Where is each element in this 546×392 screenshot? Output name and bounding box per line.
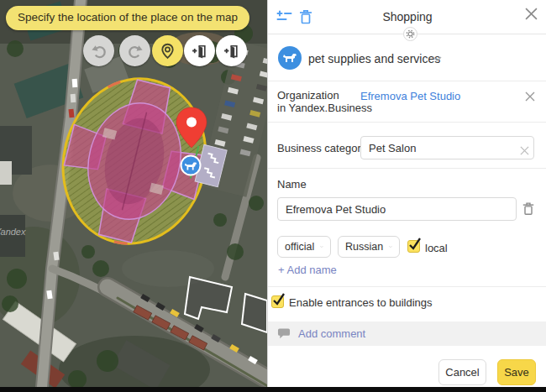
map-hint-tooltip: Specify the location of the place on the… <box>6 6 249 30</box>
map-watermark: Yandex <box>0 227 26 237</box>
checkmark-icon <box>407 236 423 252</box>
redo-arrow-icon <box>127 43 144 60</box>
location-pin-icon <box>159 42 176 60</box>
name-label: Name <box>277 178 307 191</box>
add-comment-link[interactable]: Add comment <box>298 327 365 340</box>
checkmark-icon <box>271 291 286 307</box>
business-category-input[interactable] <box>360 136 534 159</box>
map-canvas[interactable]: Yandex Specify the location of the place… <box>0 0 267 387</box>
map-editor-window: Yandex Specify the location of the place… <box>0 0 546 392</box>
name-type-select[interactable]: official <box>277 236 331 258</box>
enable-entrances-checkbox[interactable] <box>271 295 284 308</box>
chevron-down-icon <box>433 56 442 62</box>
comment-band: Add comment <box>268 321 546 346</box>
undo-button[interactable] <box>83 35 114 66</box>
divider <box>268 122 546 123</box>
add-entrance-alt-button[interactable] <box>216 35 247 66</box>
undo-arrow-icon <box>91 43 108 60</box>
cancel-button[interactable]: Cancel <box>438 359 486 385</box>
local-label: local <box>425 242 448 254</box>
remove-organization-button[interactable] <box>525 90 535 105</box>
category-label: pet supplies and services <box>308 52 440 65</box>
organization-link[interactable]: Efremova Pet Studio <box>360 90 460 102</box>
business-category-label: Business category <box>277 142 366 154</box>
edit-panel: Shopping pet supplies and services <box>267 0 546 387</box>
dog-icon <box>281 50 298 66</box>
panel-footer: Cancel Save <box>268 346 546 387</box>
divider <box>268 286 546 287</box>
save-button[interactable]: Save <box>497 359 536 385</box>
delete-name-button[interactable] <box>522 201 535 220</box>
map-toolbar <box>83 35 248 66</box>
comment-bubble-icon <box>277 327 291 340</box>
clear-business-category-button[interactable] <box>520 144 529 159</box>
close-icon <box>525 8 538 20</box>
door-plus-icon <box>191 42 208 60</box>
chevron-down-icon <box>389 244 392 249</box>
close-panel-button[interactable] <box>525 8 538 24</box>
close-icon <box>525 91 535 102</box>
divider <box>268 168 546 169</box>
place-location-button[interactable] <box>152 35 183 66</box>
chevron-down-icon <box>320 244 323 249</box>
map-hint-text: Specify the location of the place on the… <box>18 11 238 24</box>
window-bottom-bar <box>0 387 546 392</box>
door-plus-icon <box>223 42 240 60</box>
redo-button[interactable] <box>119 35 150 66</box>
name-input[interactable] <box>277 197 517 221</box>
add-name-link[interactable]: + Add name <box>278 264 337 276</box>
category-dog-badge <box>278 46 302 70</box>
poi-dog-marker[interactable] <box>181 156 201 175</box>
add-entrance-button[interactable] <box>184 35 215 66</box>
local-checkbox[interactable] <box>407 240 420 253</box>
enable-entrances-label: Enable entrances to buildings <box>289 296 433 309</box>
name-language-select[interactable]: Russian <box>338 236 400 258</box>
panel-title: Shopping <box>268 10 546 24</box>
close-icon <box>520 146 529 155</box>
category-selector[interactable]: pet supplies and services <box>268 35 546 81</box>
trash-icon <box>522 201 535 217</box>
organization-label: Organization in Yandex.Business <box>277 89 372 114</box>
